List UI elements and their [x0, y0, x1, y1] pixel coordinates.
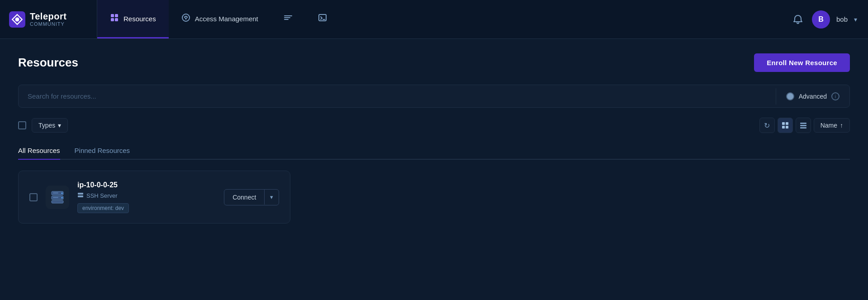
svg-rect-12	[319, 14, 326, 21]
nav-item-terminal[interactable]	[305, 0, 340, 38]
svg-rect-23	[52, 200, 63, 203]
svg-point-2	[15, 17, 19, 21]
enroll-new-resource-button[interactable]: Enroll New Resource	[754, 53, 850, 72]
types-chevron-icon: ▾	[58, 122, 61, 129]
user-menu-chevron-icon[interactable]: ▾	[854, 16, 857, 23]
svg-rect-18	[800, 123, 806, 124]
svg-rect-16	[782, 126, 785, 129]
svg-rect-17	[786, 126, 788, 129]
svg-rect-28	[78, 193, 83, 195]
advanced-toggle[interactable]	[786, 92, 794, 100]
tab-pinned-resources[interactable]: Pinned Resources	[75, 142, 130, 160]
grid-icon	[782, 122, 789, 129]
nav-label-resources: Resources	[123, 15, 156, 23]
list-item[interactable]: environment: dev	[77, 203, 129, 213]
nav-items: Resources Access Management	[97, 0, 779, 38]
svg-rect-5	[111, 18, 114, 21]
types-filter-button[interactable]: Types ▾	[32, 118, 68, 133]
refresh-button[interactable]: ↻	[759, 118, 775, 133]
filter-left: Types ▾	[18, 118, 68, 133]
sort-button[interactable]: Name ↑	[814, 118, 850, 133]
svg-point-24	[62, 192, 63, 194]
svg-rect-19	[800, 125, 806, 126]
svg-rect-8	[185, 18, 186, 19]
resource-icon-wrap	[46, 186, 69, 209]
search-bar: Advanced i	[18, 85, 850, 108]
list-icon	[800, 122, 807, 129]
advanced-label: Advanced	[799, 93, 827, 100]
resource-name: ip-10-0-0-25	[77, 181, 216, 189]
teleport-logo-icon	[9, 11, 25, 28]
svg-point-25	[62, 197, 63, 198]
nav-item-activity[interactable]	[271, 0, 305, 38]
svg-rect-6	[115, 18, 118, 21]
ssh-server-icon	[77, 192, 84, 200]
terminal-nav-icon	[318, 13, 327, 24]
filter-row: Types ▾ ↻ Name ↑	[18, 118, 850, 133]
table-row: ip-10-0-0-25 SSH Server environment: dev…	[18, 171, 290, 224]
connect-dropdown-button[interactable]: ▾	[264, 190, 279, 205]
access-management-nav-icon	[181, 13, 190, 24]
sort-asc-icon: ↑	[840, 122, 843, 129]
resource-type-row: SSH Server	[77, 192, 216, 200]
search-input[interactable]	[19, 85, 776, 107]
advanced-section: Advanced i	[776, 92, 849, 100]
tab-all-resources[interactable]: All Resources	[18, 142, 60, 160]
connect-main-button[interactable]: Connect	[224, 190, 264, 205]
tabs-row: All Resources Pinned Resources	[18, 142, 850, 160]
svg-rect-26	[53, 192, 58, 193]
svg-rect-27	[53, 197, 58, 198]
logo-name: Teleport	[30, 11, 66, 21]
resource-tags: environment: dev	[77, 203, 216, 213]
svg-rect-4	[115, 14, 118, 17]
connect-button-wrap: Connect ▾	[224, 189, 279, 205]
notifications-button[interactable]	[790, 12, 806, 27]
resources-grid: ip-10-0-0-25 SSH Server environment: dev…	[18, 171, 850, 224]
resources-nav-icon	[110, 13, 119, 24]
list-view-button[interactable]	[796, 118, 811, 133]
select-all-checkbox[interactable]	[18, 121, 26, 129]
sort-label: Name	[821, 122, 837, 129]
nav-right: B bob ▾	[779, 10, 868, 29]
resource-checkbox[interactable]	[29, 193, 38, 201]
page-title: Resources	[18, 56, 78, 70]
user-name[interactable]: bob	[836, 15, 848, 23]
nav-label-access-management: Access Management	[195, 15, 258, 23]
filter-right: ↻ Name ↑	[759, 118, 850, 133]
main-content: Resources Enroll New Resource Advanced i…	[0, 39, 868, 238]
resource-info: ip-10-0-0-25 SSH Server environment: dev	[77, 181, 216, 213]
svg-rect-15	[786, 122, 788, 125]
logo[interactable]: Teleport Community	[0, 0, 97, 38]
resource-type: SSH Server	[86, 192, 118, 199]
grid-view-button[interactable]	[778, 118, 793, 133]
nav-item-resources[interactable]: Resources	[97, 0, 169, 38]
refresh-icon: ↻	[764, 121, 770, 130]
server-icon	[50, 190, 65, 205]
avatar[interactable]: B	[812, 10, 830, 29]
svg-rect-20	[800, 127, 806, 129]
logo-subtitle: Community	[30, 21, 66, 27]
page-header: Resources Enroll New Resource	[18, 53, 850, 72]
top-navigation: Teleport Community Resources Access Mana…	[0, 0, 868, 39]
svg-rect-3	[111, 14, 114, 17]
connect-chevron-icon: ▾	[270, 194, 273, 200]
nav-item-access-management[interactable]: Access Management	[169, 0, 271, 38]
connect-button[interactable]: Connect ▾	[224, 189, 279, 205]
activity-nav-icon	[284, 13, 293, 24]
advanced-info-icon[interactable]: i	[831, 92, 840, 100]
svg-rect-29	[78, 195, 83, 197]
logo-text: Teleport Community	[30, 11, 66, 27]
svg-rect-14	[782, 122, 785, 125]
